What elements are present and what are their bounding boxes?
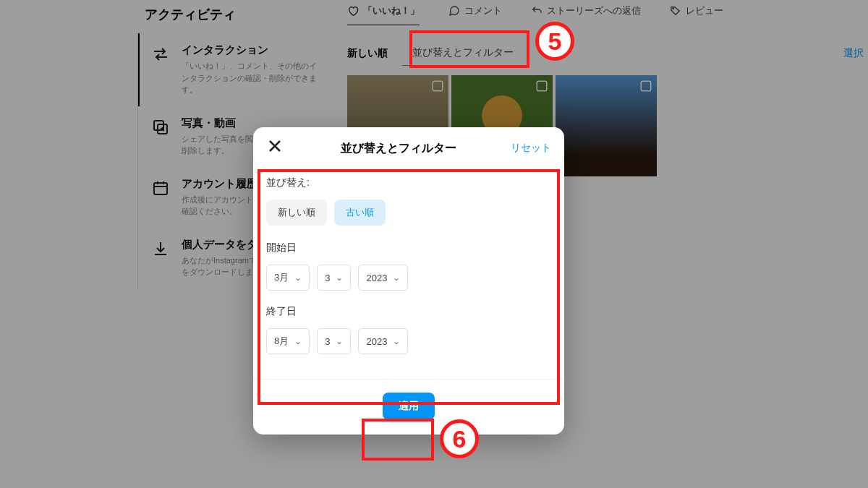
select-value: 3 bbox=[325, 273, 330, 283]
sort-options: 新しい順 古い順 bbox=[266, 200, 551, 226]
chevron-down-icon: ⌄ bbox=[393, 273, 400, 283]
chevron-down-icon: ⌄ bbox=[336, 273, 343, 283]
select-value: 3 bbox=[325, 336, 330, 347]
modal-body: 並び替え: 新しい順 古い順 開始日 3月 ⌄ 3 ⌄ 2023 ⌄ 終了日 8… bbox=[253, 169, 564, 379]
sort-option-oldest[interactable]: 古い順 bbox=[334, 200, 386, 226]
end-year-select[interactable]: 2023 ⌄ bbox=[358, 328, 408, 354]
modal-header: 並び替えとフィルター リセット bbox=[253, 127, 564, 169]
select-value: 2023 bbox=[366, 336, 387, 347]
end-month-select[interactable]: 8月 ⌄ bbox=[266, 328, 310, 354]
start-year-select[interactable]: 2023 ⌄ bbox=[358, 265, 408, 291]
end-date-label: 終了日 bbox=[266, 305, 551, 318]
chevron-down-icon: ⌄ bbox=[294, 336, 302, 346]
end-date-selects: 8月 ⌄ 3 ⌄ 2023 ⌄ bbox=[266, 328, 551, 354]
sort-filter-modal: 並び替えとフィルター リセット 並び替え: 新しい順 古い順 開始日 3月 ⌄ … bbox=[253, 127, 564, 435]
select-value: 3月 bbox=[274, 271, 289, 284]
select-value: 8月 bbox=[274, 335, 289, 348]
apply-button[interactable]: 適用 bbox=[383, 393, 435, 420]
start-date-selects: 3月 ⌄ 3 ⌄ 2023 ⌄ bbox=[266, 265, 551, 291]
close-icon[interactable] bbox=[266, 137, 286, 160]
sort-option-newest[interactable]: 新しい順 bbox=[266, 200, 327, 226]
sort-section-label: 並び替え: bbox=[266, 176, 551, 189]
select-value: 2023 bbox=[366, 273, 387, 283]
modal-footer: 適用 bbox=[253, 380, 564, 427]
reset-button[interactable]: リセット bbox=[511, 142, 551, 155]
modal-title: 並び替えとフィルター bbox=[286, 141, 511, 156]
start-day-select[interactable]: 3 ⌄ bbox=[317, 265, 351, 291]
start-date-label: 開始日 bbox=[266, 241, 551, 254]
start-month-select[interactable]: 3月 ⌄ bbox=[266, 265, 310, 291]
chevron-down-icon: ⌄ bbox=[393, 336, 400, 346]
end-day-select[interactable]: 3 ⌄ bbox=[317, 328, 351, 354]
chevron-down-icon: ⌄ bbox=[336, 336, 343, 346]
chevron-down-icon: ⌄ bbox=[294, 273, 302, 283]
